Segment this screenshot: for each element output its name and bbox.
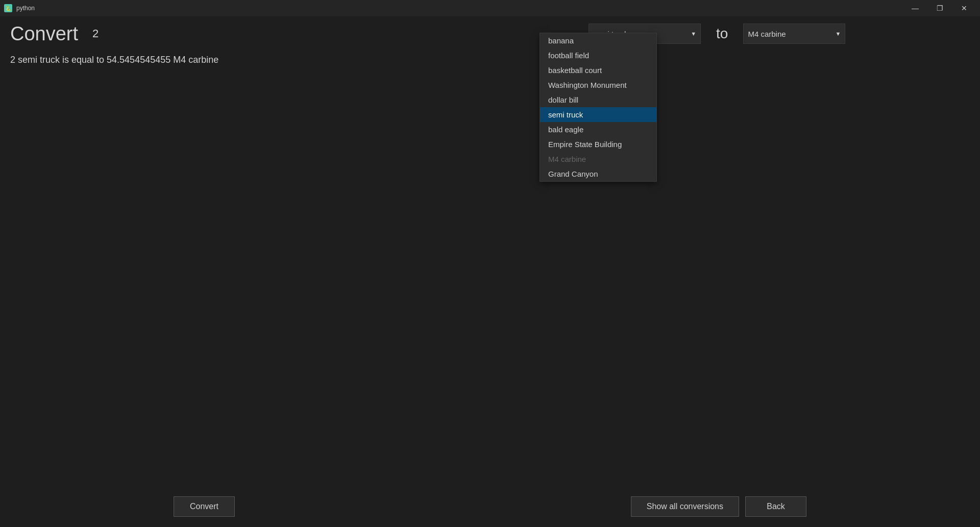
dropdown-item-bald-eagle[interactable]: bald eagle — [540, 122, 656, 137]
main-content: Convert semi truck ▼ to M4 carbine ▼ 2 s… — [0, 16, 980, 527]
python-icon: 🐍 — [4, 4, 12, 12]
dropdown-item-basketball-court[interactable]: basketball court — [540, 63, 656, 78]
dropdown-item-empire-state-building[interactable]: Empire State Building — [540, 137, 656, 152]
dropdown-item-semi-truck[interactable]: semi truck — [540, 107, 656, 122]
title-bar-controls: — ❐ ✕ — [903, 0, 976, 16]
show-all-conversions-button[interactable]: Show all conversions — [631, 496, 739, 517]
to-select-arrow-icon: ▼ — [836, 31, 841, 37]
back-button[interactable]: Back — [745, 496, 806, 517]
dropdown-item-m4-carbine: M4 carbine — [540, 152, 656, 166]
title-bar: 🐍 python — ❐ ✕ — [0, 0, 980, 16]
window-title: python — [16, 5, 35, 12]
bottom-bar: Convert Show all conversions Back — [0, 496, 980, 517]
from-dropdown-menu: bananafootball fieldbasketball courtWash… — [540, 33, 657, 182]
to-select[interactable]: M4 carbine ▼ — [743, 23, 845, 44]
dropdown-item-football-field[interactable]: football field — [540, 48, 656, 63]
dropdown-item-dollar-bill[interactable]: dollar bill — [540, 92, 656, 107]
dropdown-item-grand-canyon[interactable]: Grand Canyon — [540, 166, 656, 181]
to-label: to — [711, 26, 733, 42]
header-row: Convert semi truck ▼ to M4 carbine ▼ — [0, 16, 980, 51]
number-input[interactable] — [88, 23, 578, 44]
result-text: 2 semi truck is equal to 54.5454545455 M… — [10, 55, 218, 65]
from-select-arrow-icon: ▼ — [691, 31, 696, 37]
convert-button[interactable]: Convert — [174, 496, 235, 517]
minimize-button[interactable]: — — [903, 0, 927, 16]
bottom-right-buttons: Show all conversions Back — [631, 496, 806, 517]
close-button[interactable]: ✕ — [952, 0, 976, 16]
to-select-value: M4 carbine — [748, 30, 830, 38]
restore-button[interactable]: ❐ — [928, 0, 951, 16]
dropdown-item-banana[interactable]: banana — [540, 33, 656, 48]
title-bar-left: 🐍 python — [4, 4, 35, 12]
page-title: Convert — [10, 23, 78, 45]
dropdown-item-washington-monument[interactable]: Washington Monument — [540, 78, 656, 92]
